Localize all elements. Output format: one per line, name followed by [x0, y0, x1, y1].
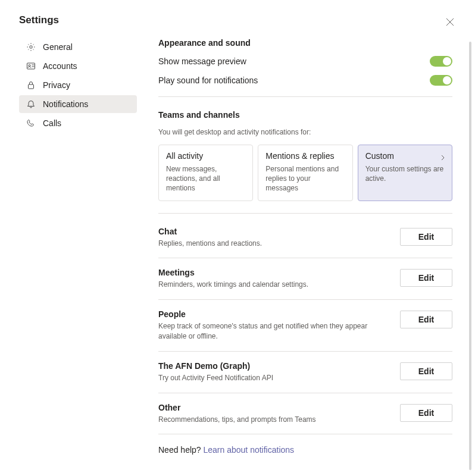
row-other: Other Recommendations, tips, and prompts… — [158, 393, 452, 435]
sidebar-item-label: Notifications — [43, 99, 88, 109]
phone-icon — [26, 118, 36, 128]
row-afn-demo: The AFN Demo (Graph) Try out Activity Fe… — [158, 352, 452, 393]
sidebar-item-label: Calls — [43, 118, 61, 128]
sidebar-item-general[interactable]: General — [19, 38, 137, 56]
sidebar-item-notifications[interactable]: Notifications — [19, 95, 137, 113]
svg-rect-1 — [27, 63, 35, 69]
row-people: People Keep track of someone's status an… — [158, 300, 452, 352]
row-title: The AFN Demo (Graph) — [158, 361, 388, 371]
row-desc: Try out Activity Feed Notification API — [158, 373, 388, 383]
card-mentions-replies[interactable]: Mentions & replies Personal mentions and… — [258, 145, 352, 201]
sidebar-item-privacy[interactable]: Privacy — [19, 76, 137, 94]
row-title: Meetings — [158, 268, 388, 277]
content-area: Appearance and sound Show message previe… — [137, 38, 456, 476]
section-title-teams: Teams and channels — [158, 110, 452, 120]
gear-icon — [26, 42, 36, 52]
card-desc: New messages, reactions, and all mention… — [166, 164, 245, 193]
row-chat: Chat Replies, mentions and reactions. Ed… — [158, 227, 452, 259]
setting-show-preview: Show message preview — [158, 56, 452, 67]
lock-icon — [26, 80, 36, 90]
edit-button-people[interactable]: Edit — [400, 311, 452, 328]
toggle-label: Show message preview — [158, 57, 246, 66]
sidebar-item-label: Accounts — [43, 61, 77, 71]
row-title: People — [158, 309, 388, 319]
card-desc: Personal mentions and replies to your me… — [265, 164, 345, 193]
card-all-activity[interactable]: All activity New messages, reactions, an… — [158, 145, 253, 201]
row-desc: Recommendations, tips, and prompts from … — [158, 415, 388, 425]
chevron-right-icon — [440, 152, 446, 163]
svg-rect-3 — [29, 84, 34, 89]
help-text: Need help? Learn about notifications — [158, 434, 452, 465]
edit-button-chat[interactable]: Edit — [400, 228, 452, 246]
close-icon — [446, 18, 454, 28]
bell-icon — [26, 99, 36, 109]
setting-play-sound: Play sound for notifications — [158, 75, 452, 86]
sidebar-item-label: Privacy — [43, 80, 70, 90]
row-title: Chat — [158, 227, 388, 236]
row-desc: Reminders, work timings and calendar set… — [158, 280, 388, 290]
card-custom[interactable]: Custom Your custom settings are active. — [358, 145, 452, 201]
card-desc: Your custom settings are active. — [365, 164, 445, 183]
divider — [158, 96, 452, 97]
toggle-show-preview[interactable] — [430, 56, 452, 67]
row-desc: Replies, mentions and reactions. — [158, 239, 388, 249]
toggle-play-sound[interactable] — [430, 75, 452, 86]
sidebar-item-calls[interactable]: Calls — [19, 114, 137, 132]
help-link[interactable]: Learn about notifications — [204, 445, 295, 455]
sidebar: General Accounts Privacy Notifications — [19, 38, 137, 476]
section-subtext: You will get desktop and activity notifi… — [158, 128, 452, 136]
svg-point-0 — [30, 46, 32, 48]
close-button[interactable] — [444, 17, 456, 29]
section-title-appearance: Appearance and sound — [158, 38, 452, 48]
page-title: Settings — [19, 14, 456, 26]
row-desc: Keep track of someone's status and get n… — [158, 321, 388, 342]
toggle-label: Play sound for notifications — [158, 76, 258, 85]
card-title: Custom — [365, 151, 445, 161]
edit-button-afn[interactable]: Edit — [400, 362, 452, 380]
accounts-icon — [26, 61, 36, 71]
svg-point-2 — [29, 65, 30, 67]
help-prefix: Need help? — [158, 445, 204, 455]
row-title: Other — [158, 403, 388, 412]
sidebar-item-label: General — [43, 42, 73, 52]
card-title: All activity — [166, 151, 245, 161]
divider — [158, 213, 452, 214]
scrollbar[interactable] — [469, 42, 471, 470]
row-meetings: Meetings Reminders, work timings and cal… — [158, 258, 452, 300]
card-title: Mentions & replies — [265, 151, 345, 161]
edit-button-meetings[interactable]: Edit — [400, 269, 452, 287]
edit-button-other[interactable]: Edit — [400, 404, 452, 422]
sidebar-item-accounts[interactable]: Accounts — [19, 57, 137, 75]
